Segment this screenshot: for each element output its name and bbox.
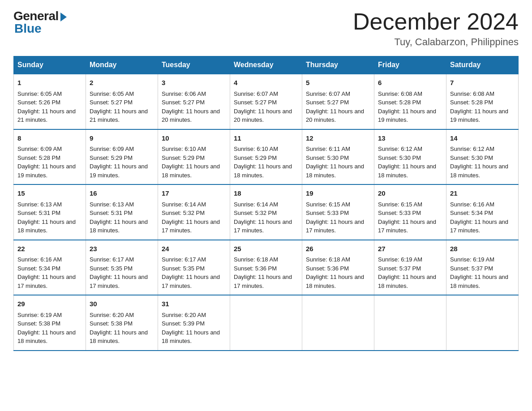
- calendar-week-row: 22Sunrise: 6:16 AMSunset: 5:34 PMDayligh…: [14, 240, 519, 295]
- sunset-text: Sunset: 5:38 PM: [17, 320, 60, 327]
- sunrise-text: Sunrise: 6:13 AM: [17, 201, 62, 208]
- calendar-cell: 21Sunrise: 6:16 AMSunset: 5:34 PMDayligh…: [446, 184, 519, 240]
- sunset-text: Sunset: 5:30 PM: [378, 154, 421, 161]
- calendar-table: SundayMondayTuesdayWednesdayThursdayFrid…: [13, 56, 519, 351]
- day-number: 3: [162, 78, 226, 88]
- daylight-text: Daylight: 11 hours and 19 minutes.: [450, 108, 508, 124]
- month-year-title: December 2024: [353, 9, 519, 34]
- daylight-text: Daylight: 11 hours and 18 minutes.: [90, 218, 148, 234]
- sunrise-text: Sunrise: 6:15 AM: [306, 201, 350, 208]
- logo-blue-text: Blue: [14, 21, 42, 36]
- sunset-text: Sunset: 5:35 PM: [90, 265, 133, 272]
- sunrise-text: Sunrise: 6:05 AM: [90, 90, 134, 97]
- daylight-text: Daylight: 11 hours and 17 minutes.: [306, 218, 364, 234]
- calendar-cell: 19Sunrise: 6:15 AMSunset: 5:33 PMDayligh…: [302, 184, 374, 240]
- sunrise-text: Sunrise: 6:07 AM: [306, 90, 350, 97]
- daylight-text: Daylight: 11 hours and 19 minutes.: [17, 163, 76, 179]
- day-number: 8: [17, 133, 82, 144]
- calendar-cell: 8Sunrise: 6:09 AMSunset: 5:28 PMDaylight…: [14, 129, 86, 185]
- sunset-text: Sunset: 5:30 PM: [450, 154, 493, 161]
- daylight-text: Daylight: 11 hours and 18 minutes.: [162, 163, 220, 179]
- sunrise-text: Sunrise: 6:12 AM: [378, 146, 422, 152]
- sunset-text: Sunset: 5:39 PM: [162, 320, 205, 327]
- sunrise-text: Sunrise: 6:09 AM: [90, 146, 134, 152]
- daylight-text: Daylight: 11 hours and 19 minutes.: [90, 163, 148, 179]
- day-number: 30: [90, 299, 154, 309]
- daylight-text: Daylight: 11 hours and 17 minutes.: [90, 274, 148, 289]
- sunrise-text: Sunrise: 6:13 AM: [90, 201, 134, 208]
- day-number: 24: [162, 244, 226, 254]
- sunset-text: Sunset: 5:33 PM: [378, 210, 421, 216]
- day-number: 27: [378, 244, 442, 254]
- calendar-cell: 15Sunrise: 6:13 AMSunset: 5:31 PMDayligh…: [14, 184, 86, 240]
- day-number: 22: [17, 244, 82, 254]
- title-block: December 2024 Tuy, Calabarzon, Philippin…: [353, 9, 519, 48]
- calendar-cell: 11Sunrise: 6:10 AMSunset: 5:29 PMDayligh…: [230, 129, 302, 185]
- daylight-text: Daylight: 11 hours and 18 minutes.: [17, 218, 76, 234]
- calendar-cell: 6Sunrise: 6:08 AMSunset: 5:28 PMDaylight…: [374, 74, 446, 129]
- column-header-tuesday: Tuesday: [158, 56, 230, 74]
- daylight-text: Daylight: 11 hours and 17 minutes.: [234, 218, 292, 234]
- calendar-cell: 7Sunrise: 6:08 AMSunset: 5:28 PMDaylight…: [446, 74, 519, 129]
- calendar-cell: [446, 295, 519, 351]
- column-header-wednesday: Wednesday: [230, 56, 302, 74]
- daylight-text: Daylight: 11 hours and 18 minutes.: [17, 329, 76, 345]
- calendar-cell: 26Sunrise: 6:18 AMSunset: 5:36 PMDayligh…: [302, 240, 374, 295]
- calendar-cell: 22Sunrise: 6:16 AMSunset: 5:34 PMDayligh…: [14, 240, 86, 295]
- day-number: 2: [90, 78, 154, 88]
- daylight-text: Daylight: 11 hours and 19 minutes.: [378, 108, 436, 124]
- day-number: 7: [450, 78, 515, 88]
- calendar-cell: 10Sunrise: 6:10 AMSunset: 5:29 PMDayligh…: [158, 129, 230, 185]
- daylight-text: Daylight: 11 hours and 21 minutes.: [90, 108, 148, 124]
- sunset-text: Sunset: 5:26 PM: [17, 99, 60, 106]
- sunset-text: Sunset: 5:27 PM: [90, 99, 133, 106]
- sunrise-text: Sunrise: 6:18 AM: [306, 256, 350, 263]
- calendar-cell: 25Sunrise: 6:18 AMSunset: 5:36 PMDayligh…: [230, 240, 302, 295]
- sunrise-text: Sunrise: 6:20 AM: [162, 312, 206, 318]
- calendar-cell: 2Sunrise: 6:05 AMSunset: 5:27 PMDaylight…: [86, 74, 158, 129]
- day-number: 15: [17, 188, 82, 199]
- daylight-text: Daylight: 11 hours and 17 minutes.: [234, 274, 292, 289]
- sunset-text: Sunset: 5:29 PM: [234, 154, 277, 161]
- sunset-text: Sunset: 5:38 PM: [90, 320, 133, 327]
- day-number: 14: [450, 133, 515, 144]
- calendar-cell: 28Sunrise: 6:19 AMSunset: 5:37 PMDayligh…: [446, 240, 519, 295]
- day-number: 21: [450, 188, 515, 199]
- day-number: 31: [162, 299, 226, 309]
- daylight-text: Daylight: 11 hours and 17 minutes.: [378, 218, 436, 234]
- calendar-cell: 24Sunrise: 6:17 AMSunset: 5:35 PMDayligh…: [158, 240, 230, 295]
- daylight-text: Daylight: 11 hours and 18 minutes.: [306, 163, 364, 179]
- column-header-sunday: Sunday: [14, 56, 86, 74]
- sunrise-text: Sunrise: 6:15 AM: [378, 201, 422, 208]
- calendar-cell: 5Sunrise: 6:07 AMSunset: 5:27 PMDaylight…: [302, 74, 374, 129]
- sunset-text: Sunset: 5:28 PM: [450, 99, 493, 106]
- calendar-cell: 17Sunrise: 6:14 AMSunset: 5:32 PMDayligh…: [158, 184, 230, 240]
- location-subtitle: Tuy, Calabarzon, Philippines: [353, 36, 519, 48]
- calendar-cell: [230, 295, 302, 351]
- calendar-week-row: 1Sunrise: 6:05 AMSunset: 5:26 PMDaylight…: [14, 74, 519, 129]
- calendar-cell: 29Sunrise: 6:19 AMSunset: 5:38 PMDayligh…: [14, 295, 86, 351]
- sunrise-text: Sunrise: 6:14 AM: [162, 201, 206, 208]
- sunrise-text: Sunrise: 6:17 AM: [162, 256, 206, 263]
- day-number: 11: [234, 133, 298, 144]
- day-number: 19: [306, 188, 370, 199]
- sunset-text: Sunset: 5:36 PM: [234, 265, 277, 272]
- daylight-text: Daylight: 11 hours and 18 minutes.: [306, 274, 364, 289]
- sunset-text: Sunset: 5:29 PM: [162, 154, 205, 161]
- sunrise-text: Sunrise: 6:19 AM: [450, 256, 494, 263]
- day-number: 9: [90, 133, 154, 144]
- sunrise-text: Sunrise: 6:11 AM: [306, 146, 350, 152]
- column-header-monday: Monday: [86, 56, 158, 74]
- daylight-text: Daylight: 11 hours and 18 minutes.: [234, 163, 292, 179]
- daylight-text: Daylight: 11 hours and 17 minutes.: [17, 274, 76, 289]
- calendar-cell: 14Sunrise: 6:12 AMSunset: 5:30 PMDayligh…: [446, 129, 519, 185]
- calendar-cell: 1Sunrise: 6:05 AMSunset: 5:26 PMDaylight…: [14, 74, 86, 129]
- calendar-cell: 20Sunrise: 6:15 AMSunset: 5:33 PMDayligh…: [374, 184, 446, 240]
- sunset-text: Sunset: 5:28 PM: [17, 154, 60, 161]
- sunrise-text: Sunrise: 6:06 AM: [162, 90, 206, 97]
- calendar-header-row: SundayMondayTuesdayWednesdayThursdayFrid…: [14, 56, 519, 74]
- sunset-text: Sunset: 5:31 PM: [17, 210, 60, 216]
- sunrise-text: Sunrise: 6:16 AM: [17, 256, 62, 263]
- sunset-text: Sunset: 5:27 PM: [306, 99, 349, 106]
- sunset-text: Sunset: 5:30 PM: [306, 154, 349, 161]
